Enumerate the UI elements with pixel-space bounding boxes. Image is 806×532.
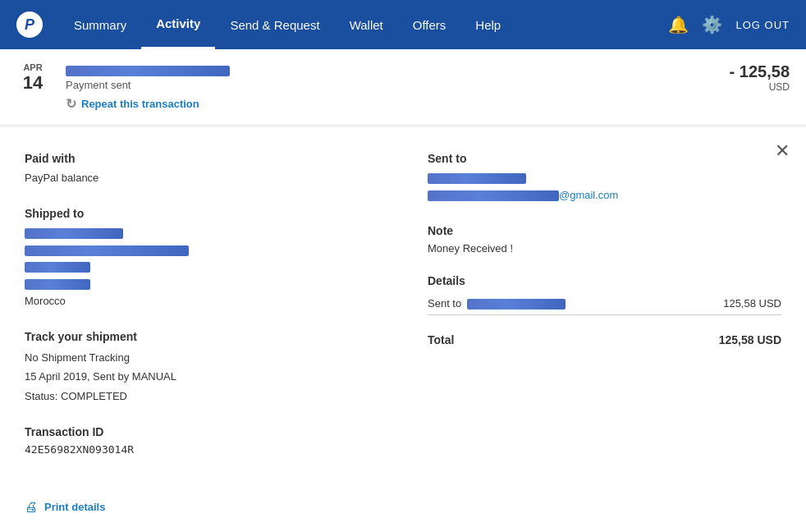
detail-grid: Paid with PayPal balance Shipped to Moro… <box>25 152 781 475</box>
transaction-date: APR 14 <box>16 62 49 94</box>
date-month: APR <box>16 62 49 72</box>
shipped-to-value: Morocco <box>25 225 378 310</box>
track-details: No Shipment Tracking 15 April 2019, Sent… <box>25 348 378 406</box>
details-sent-label: Sent to <box>428 292 671 315</box>
header: P Summary Activity Send & Request Wallet… <box>0 0 806 49</box>
paypal-logo-icon: P <box>16 11 43 38</box>
transaction-row: APR 14 Payment sent ↻ Repeat this transa… <box>0 49 806 126</box>
transaction-status: Payment sent <box>66 79 691 91</box>
transaction-id-section: Transaction ID 42E56982XN093014R <box>25 425 378 456</box>
header-actions: 🔔 ⚙️ LOG OUT <box>668 15 790 34</box>
settings-icon[interactable]: ⚙️ <box>702 15 722 34</box>
address-line4-redacted <box>25 279 90 290</box>
track-status: Status: COMPLETED <box>25 387 378 406</box>
track-date: 15 April 2019, Sent by MANUAL <box>25 367 378 386</box>
total-amount: 125,58 USD <box>671 328 781 351</box>
print-icon: 🖨 <box>25 500 38 515</box>
print-details-link[interactable]: Print details <box>44 501 105 513</box>
detail-panel: ✕ Paid with PayPal balance Shipped to <box>0 127 806 532</box>
transaction-amount-block: - 125,58 USD <box>691 62 790 93</box>
track-no-tracking: No Shipment Tracking <box>25 348 378 367</box>
detail-right-column: Sent to @gmail.com Note Money Received ! <box>428 152 781 475</box>
repeat-label: Repeat this transaction <box>81 98 199 110</box>
address-line3-redacted <box>25 262 90 273</box>
details-separator-row <box>428 314 781 328</box>
track-label: Track your shipment <box>25 330 378 343</box>
note-label: Note <box>428 224 781 237</box>
transaction-name <box>66 62 691 76</box>
nav-item-activity[interactable]: Activity <box>141 0 215 49</box>
transaction-info: Payment sent ↻ Repeat this transaction <box>66 62 691 112</box>
paid-with-section: Paid with PayPal balance <box>25 152 378 187</box>
sent-to-label: Sent to <box>428 152 781 165</box>
main-nav: Summary Activity Send & Request Wallet O… <box>59 0 668 49</box>
nav-item-help[interactable]: Help <box>460 0 515 49</box>
address-line2-redacted <box>25 245 189 256</box>
details-sent-amount: 125,58 USD <box>671 292 781 315</box>
note-value: Money Received ! <box>428 242 781 255</box>
note-section: Note Money Received ! <box>428 224 781 255</box>
details-total-row: Total 125,58 USD <box>428 328 781 351</box>
details-sent-row: Sent to 125,58 USD <box>428 292 781 315</box>
logo: P <box>16 11 43 38</box>
transaction-currency: USD <box>691 81 790 93</box>
notifications-icon[interactable]: 🔔 <box>668 15 689 34</box>
nav-item-offers[interactable]: Offers <box>398 0 461 49</box>
repeat-transaction-link[interactable]: ↻ Repeat this transaction <box>66 96 691 112</box>
paid-with-label: Paid with <box>25 152 378 165</box>
details-label: Details <box>428 274 781 287</box>
address-line1-redacted <box>25 228 123 239</box>
details-recipient-redacted <box>467 299 566 310</box>
print-row: 🖨 Print details <box>25 500 781 515</box>
recipient-email-redacted <box>428 190 559 201</box>
transaction-name-redacted <box>66 66 230 76</box>
repeat-icon: ↻ <box>66 96 76 112</box>
recipient-email-domain: @gmail.com <box>559 189 618 201</box>
sent-to-value: @gmail.com <box>428 170 781 204</box>
shipped-to-label: Shipped to <box>25 207 378 220</box>
details-table: Sent to 125,58 USD Total 125,58 USD <box>428 292 781 351</box>
sent-to-section: Sent to @gmail.com <box>428 152 781 204</box>
details-section: Details Sent to 125,58 USD <box>428 274 781 351</box>
nav-item-send-request[interactable]: Send & Request <box>215 0 334 49</box>
close-button[interactable]: ✕ <box>775 142 790 160</box>
nav-item-summary[interactable]: Summary <box>59 0 141 49</box>
track-shipment-section: Track your shipment No Shipment Tracking… <box>25 330 378 406</box>
txid-value: 42E56982XN093014R <box>25 443 378 456</box>
recipient-name-redacted <box>428 173 526 184</box>
date-day: 14 <box>16 72 49 94</box>
detail-left-column: Paid with PayPal balance Shipped to Moro… <box>25 152 378 475</box>
transaction-amount: - 125,58 <box>691 62 790 81</box>
shipped-to-section: Shipped to Morocco <box>25 207 378 310</box>
total-label: Total <box>428 328 671 351</box>
address-country: Morocco <box>25 293 378 310</box>
nav-item-wallet[interactable]: Wallet <box>335 0 398 49</box>
logout-button[interactable]: LOG OUT <box>735 19 790 31</box>
paid-with-value: PayPal balance <box>25 170 378 187</box>
main-content: APR 14 Payment sent ↻ Repeat this transa… <box>0 49 806 532</box>
txid-label: Transaction ID <box>25 425 378 438</box>
